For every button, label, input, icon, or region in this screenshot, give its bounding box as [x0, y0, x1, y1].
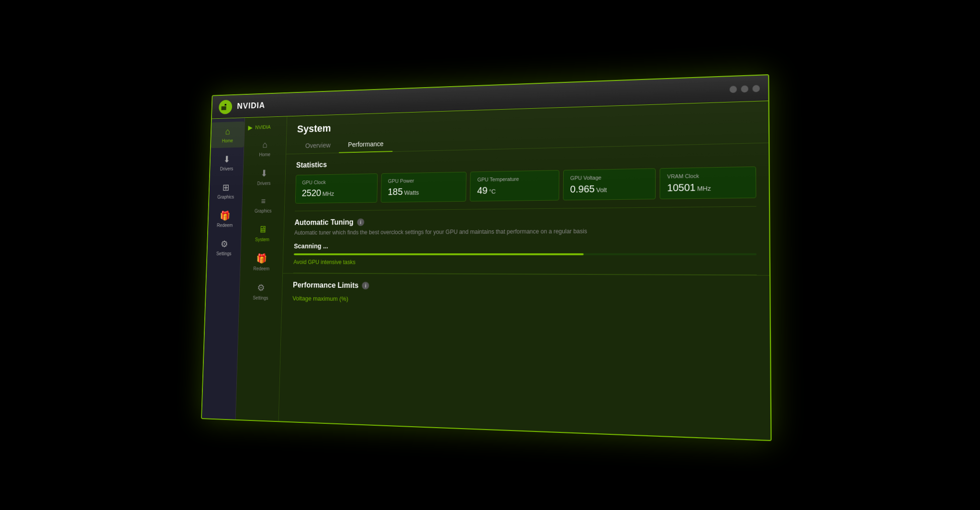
statistics-section: Statistics GPU Clock 2520MHz GPU Power: [285, 143, 769, 211]
vram-clock-label: VRAM Clock: [667, 172, 748, 179]
sidebar-home-label: Home: [222, 138, 233, 143]
voltage-max-label: Voltage maximum (%): [292, 295, 757, 306]
scene: NVIDIA ⌂ Home ⬇ Drivers: [184, 83, 758, 428]
sidebar-secondary-title: NVIDIA: [255, 124, 271, 130]
tuning-title-row: Automatic Tuning i: [294, 215, 756, 227]
secondary-graphics-label: Graphics: [255, 208, 272, 214]
gpu-voltage-label: GPU Voltage: [570, 173, 648, 181]
sidebar-settings-label: Settings: [216, 251, 232, 256]
gpu-clock-value: 2520MHz: [302, 187, 371, 198]
secondary-system-label: System: [255, 237, 269, 242]
perf-limits-title-row: Performance Limits i: [293, 281, 757, 293]
titlebar-controls: [730, 84, 760, 92]
perf-limits-info-icon[interactable]: i: [362, 282, 369, 289]
sidebar-item-drivers[interactable]: ⬇ Drivers: [210, 149, 244, 176]
secondary-drivers-label: Drivers: [257, 181, 270, 186]
sidebar-secondary-header: ▶ NVIDIA: [245, 120, 287, 134]
tuning-info-icon[interactable]: i: [357, 218, 364, 226]
secondary-item-home[interactable]: ⌂ Home: [244, 134, 286, 161]
sidebar-item-home[interactable]: ⌂ Home: [211, 121, 245, 148]
settings-icon: ⚙: [220, 238, 228, 249]
gpu-power-label: GPU Power: [388, 177, 460, 183]
performance-limits-section: Performance Limits i Voltage maximum (%): [282, 273, 770, 315]
sidebar-secondary: ▶ NVIDIA ⌂ Home ⬇ Drivers ≡ Graphics: [236, 116, 288, 421]
graphics-icon: ⊞: [222, 181, 230, 193]
sidebar-item-redeem[interactable]: 🎁 Redeem: [208, 205, 242, 232]
secondary-item-graphics[interactable]: ≡ Graphics: [242, 192, 285, 218]
scanning-note: Avoid GPU intensive tasks: [293, 259, 757, 266]
main-window: NVIDIA ⌂ Home ⬇ Drivers: [201, 74, 771, 441]
minimize-button[interactable]: [730, 85, 737, 92]
progress-bar-fill: [294, 253, 584, 255]
secondary-home-icon: ⌂: [262, 139, 267, 150]
sidebar-redeem-label: Redeem: [217, 223, 233, 228]
secondary-home-label: Home: [259, 152, 270, 157]
secondary-settings-icon: ⚙: [257, 282, 265, 293]
main-area: ⌂ Home ⬇ Drivers ⊞ Graphics 🎁 Redeem: [202, 101, 770, 440]
titlebar-title: NVIDIA: [237, 101, 265, 111]
secondary-settings-label: Settings: [253, 295, 268, 300]
secondary-item-redeem[interactable]: 🎁 Redeem: [240, 248, 283, 275]
sidebar-graphics-label: Graphics: [217, 194, 234, 200]
secondary-item-drivers[interactable]: ⬇ Drivers: [243, 163, 285, 191]
sidebar-drivers-label: Drivers: [220, 166, 234, 171]
secondary-redeem-icon: 🎁: [256, 253, 267, 264]
nvidia-logo: [219, 99, 233, 113]
gpu-voltage-value: 0.965Volt: [570, 182, 648, 195]
drivers-icon: ⬇: [223, 154, 230, 165]
automatic-tuning-section: Automatic Tuning i Automatic tuner which…: [283, 206, 769, 274]
secondary-drivers-icon: ⬇: [260, 168, 268, 179]
home-icon: ⌂: [225, 126, 230, 136]
maximize-button[interactable]: [741, 85, 748, 92]
sidebar-item-graphics[interactable]: ⊞ Graphics: [209, 177, 243, 204]
stats-grid: GPU Clock 2520MHz GPU Power 185Watts: [295, 166, 757, 204]
gpu-power-value: 185Watts: [388, 185, 459, 197]
secondary-graphics-icon: ≡: [261, 196, 266, 206]
gpu-clock-label: GPU Clock: [302, 178, 371, 185]
secondary-redeem-label: Redeem: [253, 266, 269, 271]
statistics-title: Statistics: [296, 151, 756, 170]
sidebar-item-settings[interactable]: ⚙ Settings: [207, 234, 241, 261]
stat-card-gpu-clock: GPU Clock 2520MHz: [295, 173, 378, 204]
progress-bar: [294, 253, 757, 255]
stat-card-gpu-power: GPU Power 185Watts: [381, 171, 467, 202]
redeem-icon: 🎁: [220, 210, 231, 221]
gpu-temp-label: GPU Temperature: [477, 175, 552, 182]
close-button[interactable]: [752, 84, 759, 91]
stat-card-gpu-voltage: GPU Voltage 0.965Volt: [563, 168, 656, 200]
nvidia-arrow-icon: ▶: [248, 124, 253, 131]
tab-performance[interactable]: Performance: [339, 136, 393, 153]
stat-card-vram-clock: VRAM Clock 10501MHz: [659, 166, 756, 199]
stat-card-gpu-temp: GPU Temperature 49°C: [470, 170, 559, 202]
gpu-temp-value: 49°C: [477, 184, 552, 196]
vram-clock-value: 10501MHz: [667, 181, 748, 193]
secondary-item-settings[interactable]: ⚙ Settings: [239, 277, 282, 305]
secondary-item-system[interactable]: 🖥 System: [241, 219, 284, 246]
tuning-title-text: Automatic Tuning: [294, 218, 354, 227]
tuning-description: Automatic tuner which finds the best ove…: [294, 227, 757, 236]
content-area: System Overview Performance Statistics G…: [278, 101, 770, 440]
tab-overview[interactable]: Overview: [297, 137, 340, 154]
window-wrapper: NVIDIA ⌂ Home ⬇ Drivers: [201, 74, 771, 441]
perf-limits-title-text: Performance Limits: [293, 281, 359, 289]
secondary-system-icon: 🖥: [258, 224, 267, 235]
scanning-label: Scanning ...: [294, 241, 757, 249]
